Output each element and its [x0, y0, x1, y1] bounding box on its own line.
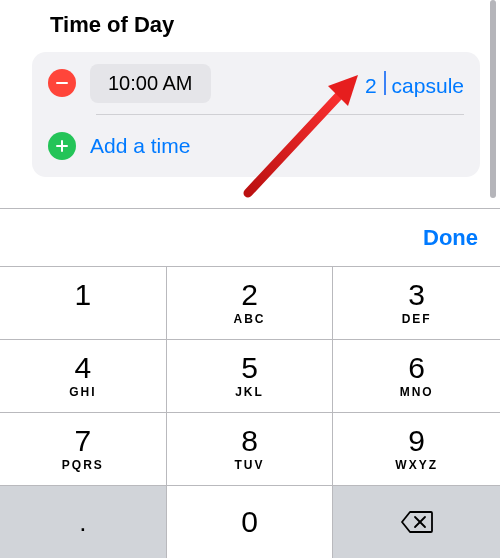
key-5-num: 5	[241, 353, 258, 383]
key-dot-label: .	[79, 509, 86, 535]
key-2-num: 2	[241, 280, 258, 310]
text-cursor	[384, 71, 386, 95]
key-2-sub: ABC	[233, 312, 265, 326]
key-1[interactable]: 1	[0, 266, 167, 339]
dose-value[interactable]: 2	[365, 74, 377, 98]
key-dot[interactable]: .	[0, 485, 167, 558]
key-4-num: 4	[74, 353, 91, 383]
key-8[interactable]: 8 TUV	[167, 412, 334, 485]
key-8-num: 8	[241, 426, 258, 456]
done-button[interactable]: Done	[423, 225, 478, 251]
dose-field[interactable]: 2 capsule	[365, 69, 464, 98]
key-9[interactable]: 9 WXYZ	[333, 412, 500, 485]
key-3-sub: DEF	[402, 312, 432, 326]
section-title: Time of Day	[50, 12, 500, 38]
schedule-row: 10:00 AM 2 capsule	[48, 52, 464, 114]
key-9-num: 9	[408, 426, 425, 456]
key-5[interactable]: 5 JKL	[167, 339, 334, 412]
key-1-num: 1	[74, 280, 91, 310]
key-4[interactable]: 4 GHI	[0, 339, 167, 412]
key-5-sub: JKL	[235, 385, 264, 399]
key-7-sub: PQRS	[62, 458, 104, 472]
time-picker[interactable]: 10:00 AM	[90, 64, 211, 103]
key-4-sub: GHI	[69, 385, 96, 399]
key-7[interactable]: 7 PQRS	[0, 412, 167, 485]
remove-time-button[interactable]	[48, 69, 76, 97]
key-0[interactable]: 0	[167, 485, 334, 558]
add-time-label[interactable]: Add a time	[90, 134, 190, 158]
key-7-num: 7	[74, 426, 91, 456]
dose-unit[interactable]: capsule	[392, 74, 464, 98]
key-backspace[interactable]	[333, 485, 500, 558]
add-time-button[interactable]	[48, 132, 76, 160]
keyboard-accessory-bar: Done	[0, 208, 500, 266]
key-3[interactable]: 3 DEF	[333, 266, 500, 339]
key-0-num: 0	[241, 507, 258, 537]
key-3-num: 3	[408, 280, 425, 310]
key-6-sub: MNO	[400, 385, 434, 399]
schedule-card: 10:00 AM 2 capsule Add a time	[32, 52, 480, 177]
key-6[interactable]: 6 MNO	[333, 339, 500, 412]
key-9-sub: WXYZ	[395, 458, 438, 472]
key-6-num: 6	[408, 353, 425, 383]
numeric-keypad: 1 2 ABC 3 DEF 4 GHI 5 JKL 6 MNO 7 PQRS 8…	[0, 266, 500, 558]
key-8-sub: TUV	[234, 458, 264, 472]
backspace-icon	[401, 511, 433, 533]
scrollbar[interactable]	[490, 0, 496, 198]
add-time-row[interactable]: Add a time	[48, 115, 464, 177]
key-2[interactable]: 2 ABC	[167, 266, 334, 339]
